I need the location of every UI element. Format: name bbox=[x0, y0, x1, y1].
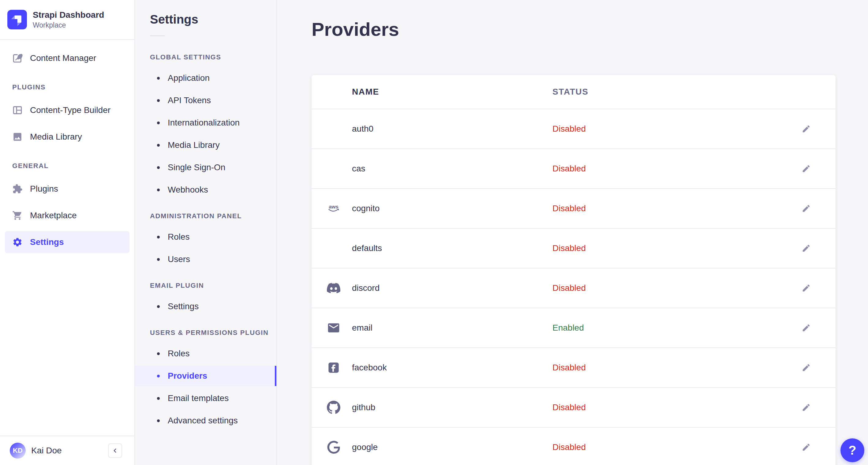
edit-provider-button-cas[interactable] bbox=[800, 162, 812, 175]
sidebar-item-content-manager[interactable]: Content Manager bbox=[5, 47, 129, 69]
main-sidebar: Strapi Dashboard Workplace Content Manag… bbox=[0, 0, 135, 465]
subnav-item-label: Roles bbox=[168, 349, 190, 359]
subnav-item-label: Providers bbox=[168, 371, 207, 381]
provider-row-email[interactable]: emailEnabled bbox=[312, 308, 836, 347]
subnav-item-label: Webhooks bbox=[168, 185, 208, 195]
provider-row-auth0[interactable]: auth0Disabled bbox=[312, 109, 836, 149]
subnav-item-label: Application bbox=[168, 73, 210, 83]
provider-row-cognito[interactable]: cognitoDisabled bbox=[312, 188, 836, 228]
subnav-item-global-settings--api-tokens[interactable]: API Tokens bbox=[135, 90, 276, 111]
settings-subnav: Settings GLOBAL SETTINGSApplicationAPI T… bbox=[135, 0, 277, 465]
provider-icon-cell bbox=[326, 441, 341, 454]
provider-icon-cell bbox=[326, 321, 341, 335]
provider-name: facebook bbox=[352, 363, 553, 373]
user-menu[interactable]: KD Kai Doe bbox=[0, 436, 134, 465]
provider-row-google[interactable]: googleDisabled bbox=[312, 427, 836, 465]
edit-icon bbox=[802, 363, 811, 372]
edit-provider-button-google[interactable] bbox=[800, 441, 812, 453]
aws-icon bbox=[326, 204, 341, 213]
email-icon bbox=[327, 321, 340, 335]
edit-provider-button-cognito[interactable] bbox=[800, 203, 812, 215]
subnav-item-users-permissions-plugin--advanced-settings[interactable]: Advanced settings bbox=[135, 410, 276, 431]
provider-row-defaults[interactable]: defaultsDisabled bbox=[312, 228, 836, 268]
sidebar-item-label: Media Library bbox=[30, 132, 82, 142]
edit-provider-button-email[interactable] bbox=[800, 322, 812, 334]
subnav-item-global-settings--internationalization[interactable]: Internationalization bbox=[135, 113, 276, 133]
sidebar-item-plugins[interactable]: Plugins bbox=[5, 178, 129, 200]
edit-icon bbox=[802, 283, 811, 293]
provider-status-badge: Enabled bbox=[553, 323, 800, 333]
sidebar-item-label: Content Manager bbox=[30, 53, 96, 63]
column-header-status: STATUS bbox=[553, 87, 836, 97]
provider-status-badge: Disabled bbox=[553, 204, 800, 213]
subnav-item-administration-panel--roles[interactable]: Roles bbox=[135, 227, 276, 247]
subnav-item-global-settings--single-sign-on[interactable]: Single Sign-On bbox=[135, 157, 276, 178]
edit-provider-button-facebook[interactable] bbox=[800, 362, 812, 374]
subnav-item-users-permissions-plugin--roles[interactable]: Roles bbox=[135, 343, 276, 364]
provider-icon-cell bbox=[326, 204, 341, 213]
provider-status-badge: Disabled bbox=[553, 442, 800, 452]
sidebar-item-media-library[interactable]: Media Library bbox=[5, 126, 129, 148]
subnav-item-label: Internationalization bbox=[168, 118, 240, 128]
nav-section-label-general: GENERAL bbox=[12, 162, 129, 170]
subnav-item-label: Users bbox=[168, 254, 190, 264]
provider-status-badge: Disabled bbox=[553, 124, 800, 134]
subnav-item-global-settings--media-library[interactable]: Media Library bbox=[135, 135, 276, 155]
subnav-item-label: Roles bbox=[168, 232, 190, 242]
provider-row-cas[interactable]: casDisabled bbox=[312, 149, 836, 188]
provider-row-facebook[interactable]: facebookDisabled bbox=[312, 347, 836, 387]
subnav-section-label-email-plugin: EMAIL PLUGIN bbox=[150, 282, 276, 289]
subnav-item-label: API Tokens bbox=[168, 95, 211, 105]
avatar: KD bbox=[10, 443, 26, 459]
table-header-row: NAME STATUS bbox=[312, 75, 836, 109]
subnav-item-global-settings--application[interactable]: Application bbox=[135, 68, 276, 88]
chevron-left-icon bbox=[112, 447, 119, 454]
plugins-icon bbox=[12, 184, 23, 194]
bullet-dot bbox=[157, 99, 160, 102]
edit-icon bbox=[802, 403, 811, 412]
subnav-item-label: Advanced settings bbox=[168, 416, 238, 426]
edit-provider-button-discord[interactable] bbox=[800, 282, 812, 294]
provider-name: auth0 bbox=[352, 124, 553, 134]
subnav-item-email-plugin--settings[interactable]: Settings bbox=[135, 296, 276, 316]
provider-status-badge: Disabled bbox=[553, 403, 800, 412]
bullet-dot bbox=[157, 352, 160, 355]
provider-name: discord bbox=[352, 283, 553, 293]
provider-icon-cell bbox=[326, 362, 341, 374]
collapse-sidebar-button[interactable] bbox=[108, 443, 122, 458]
subnav-section-label-global-settings: GLOBAL SETTINGS bbox=[150, 53, 276, 61]
facebook-icon bbox=[328, 362, 340, 374]
provider-name: email bbox=[352, 323, 553, 333]
sidebar-item-marketplace[interactable]: Marketplace bbox=[5, 205, 129, 226]
bullet-dot bbox=[157, 375, 160, 377]
subnav-item-global-settings--webhooks[interactable]: Webhooks bbox=[135, 180, 276, 200]
subnav-item-users-permissions-plugin--email-templates[interactable]: Email templates bbox=[135, 388, 276, 408]
brand[interactable]: Strapi Dashboard Workplace bbox=[0, 0, 134, 39]
subnav-item-label: Settings bbox=[168, 302, 199, 311]
subnav-item-administration-panel--users[interactable]: Users bbox=[135, 249, 276, 269]
google-icon bbox=[327, 441, 340, 454]
sidebar-item-label: Marketplace bbox=[30, 211, 77, 220]
bullet-dot bbox=[157, 236, 160, 239]
bullet-dot bbox=[157, 305, 160, 308]
bullet-dot bbox=[157, 397, 160, 400]
provider-status-badge: Disabled bbox=[553, 283, 800, 293]
edit-provider-button-defaults[interactable] bbox=[800, 242, 812, 254]
provider-row-github[interactable]: githubDisabled bbox=[312, 387, 836, 427]
sidebar-item-settings[interactable]: Settings bbox=[5, 231, 129, 253]
bullet-dot bbox=[157, 189, 160, 191]
edit-provider-button-github[interactable] bbox=[800, 401, 812, 413]
user-name: Kai Doe bbox=[31, 446, 62, 456]
subnav-section-label-administration-panel: ADMINISTRATION PANEL bbox=[150, 212, 276, 220]
sidebar-item-content-type-builder[interactable]: Content-Type Builder bbox=[5, 99, 129, 121]
edit-icon bbox=[802, 443, 811, 452]
brand-subtitle: Workplace bbox=[33, 21, 104, 29]
provider-row-discord[interactable]: discordDisabled bbox=[312, 268, 836, 308]
subnav-item-label: Single Sign-On bbox=[168, 162, 225, 172]
subnav-item-label: Email templates bbox=[168, 393, 229, 403]
help-button[interactable]: ? bbox=[840, 438, 864, 462]
bullet-dot bbox=[157, 122, 160, 124]
edit-provider-button-auth0[interactable] bbox=[800, 123, 812, 135]
subnav-title-divider bbox=[150, 35, 165, 36]
subnav-item-users-permissions-plugin--providers[interactable]: Providers bbox=[135, 366, 276, 386]
